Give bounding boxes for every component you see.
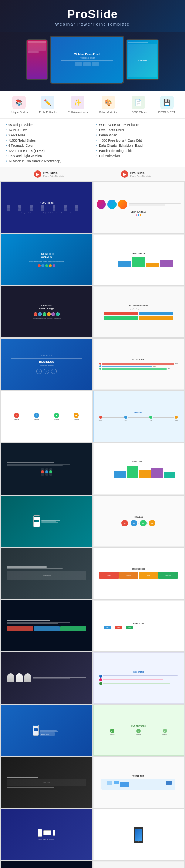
unique-slides-label: Unique Slides: [10, 110, 28, 114]
slide-preview-25[interactable]: RESPONSIVE DESIGN: [1, 809, 92, 860]
slide-preview-9[interactable]: ★ Feature ⚙ Feature ♥ Feature ◆ Feature: [1, 391, 92, 442]
phone-device: [26, 39, 48, 80]
slide-preview-20[interactable]: KEY STEPS 1 2 3: [93, 652, 184, 704]
unique-slides-icon: 📚: [12, 96, 26, 109]
slide-preview-12[interactable]: DATA CHART: [93, 443, 184, 494]
bullet-item: •6 Premade Color: [6, 143, 89, 148]
feature-animations: ✨ Full Animations: [68, 96, 88, 114]
slide-preview-23[interactable]: Dark Slide: [1, 757, 92, 808]
animations-label: Full Animations: [68, 110, 88, 114]
feature-fully-editable: ✏️ Fully Editable: [39, 96, 57, 114]
slide-preview-27[interactable]: [1, 861, 92, 868]
bullet-item: •Handmade Infographic: [96, 148, 179, 153]
slide-preview-26[interactable]: [93, 809, 184, 860]
pptx-icon: 💾: [160, 96, 174, 109]
feature-unique-slides: 📚 Unique Slides: [10, 96, 28, 114]
slide-preview-11[interactable]: [1, 443, 92, 494]
bullet-item: •Full Animation: [96, 153, 179, 159]
bullet-item: •95 Unique Slides: [6, 122, 89, 127]
slide-preview-3[interactable]: UNLIMITEDCOLORS Every section of the sli…: [1, 234, 92, 285]
slides-count-label: + 6600 Slides: [129, 110, 147, 114]
bullet-item: •122 Theme Files (LTMX): [6, 148, 89, 153]
slide-preview-22[interactable]: OUR FEATURES ✓ Feature 1 ✓ Feature 2 ✓ F…: [93, 705, 184, 756]
feature-pptx: 💾 PPTX & PPT: [158, 96, 175, 114]
slide-preview-24[interactable]: WORLD MAP: [93, 757, 184, 808]
animations-icon: ✨: [71, 96, 84, 109]
slide-preview-16[interactable]: OUR PROCESS Plan Design Build Launch: [93, 548, 184, 599]
bullet-item: •2 PPT Files: [6, 133, 89, 138]
slide-preview-10[interactable]: TIMELINE 2010 2012 2014 2016: [93, 391, 184, 442]
logo-icon-left: ▶: [34, 170, 41, 178]
slide-preview-4[interactable]: STATISTICS: [93, 234, 184, 285]
slide-preview-7[interactable]: PRO SLIDE BUSINESS PowerPoint Template 1…: [1, 339, 92, 390]
bullet-item: •Free Fonts Used: [96, 127, 179, 133]
color-label: Color Variation: [99, 110, 118, 114]
slide-preview-19[interactable]: [1, 652, 92, 704]
slide-preview-2[interactable]: MEET OUR TEAM: [93, 182, 184, 233]
bullet-item: •World Wide Map + Editable: [96, 122, 179, 127]
bullet-item: •Demo Video: [96, 133, 179, 138]
bullet-item: •Dark and Light Version: [6, 153, 89, 159]
slide-preview-5[interactable]: One ClickColor Change Any Object and Tex…: [1, 286, 92, 337]
header-subtitle: Webinar PowerPoint Template: [4, 22, 181, 26]
pptx-label: PPTX & PPT: [158, 110, 175, 114]
tablet-device: PROSLIDE: [126, 39, 159, 80]
logo-text-right: Pro Slide PowerPoint Template: [130, 171, 151, 177]
header-title: ProSlide: [4, 7, 181, 21]
bullet-item: •14 PPX Files: [6, 127, 89, 133]
bullet-item: •Data Charts (Editable in Excel): [96, 143, 179, 148]
feature-slides-count: 📄 + 6600 Slides: [129, 96, 147, 114]
bullet-col-left: •95 Unique Slides •14 PPX Files •2 PPT F…: [6, 122, 89, 164]
bullet-item: •14 Mockup (No Need to Photoshop): [6, 159, 89, 164]
slide-preview-1[interactable]: + 800 icons A huge collection of scalabl…: [1, 182, 92, 233]
monitor-device: Webinar PowerPoint Professional Design: [50, 36, 124, 84]
bullet-section: •95 Unique Slides •14 PPX Files •2 PPT F…: [0, 119, 185, 167]
slide-preview-18[interactable]: WORKFLOW Start → Step → End: [93, 600, 184, 651]
logo-icon-right: ▶: [121, 170, 128, 178]
bullet-item: •+ 800 Free Icons + Easy Edit: [96, 138, 179, 143]
slide-preview-14[interactable]: PROCESS 01 › 02 › 03 › 04: [93, 496, 184, 547]
slide-preview-15[interactable]: Photo Slide: [1, 548, 92, 599]
color-icon: 🎨: [102, 96, 115, 109]
bullet-col-right: •World Wide Map + Editable •Free Fonts U…: [96, 122, 179, 164]
features-bar: 📚 Unique Slides ✏️ Fully Editable ✨ Full…: [0, 91, 185, 119]
slides-count-icon: 📄: [132, 96, 145, 109]
bullet-item: •+1500 Total Slides: [6, 138, 89, 143]
preview-logos: ▶ Pro Slide PowerPoint Template ▶ Pro Sl…: [0, 167, 185, 181]
slide-preview-21[interactable]: Learn More: [1, 705, 92, 756]
slide-preview-8[interactable]: INFOGRAPHIC 80% 60% 75%: [93, 339, 184, 390]
feature-color: 🎨 Color Variation: [99, 96, 118, 114]
logo-left: ▶ Pro Slide PowerPoint Template: [34, 170, 64, 178]
logo-text-left: Pro Slide PowerPoint Template: [43, 171, 64, 177]
slides-grid: + 800 icons A huge collection of scalabl…: [0, 181, 185, 868]
header: ProSlide Webinar PowerPoint Template: [0, 0, 185, 32]
editable-icon: ✏️: [41, 96, 54, 109]
slide-preview-6[interactable]: 347 Unique Slides Infographic, Diagram a…: [93, 286, 184, 337]
slide-preview-13[interactable]: [1, 496, 92, 547]
hero-section: Webinar PowerPoint Professional Design P…: [0, 32, 185, 91]
logo-right: ▶ Pro Slide PowerPoint Template: [121, 170, 151, 178]
editable-label: Fully Editable: [39, 110, 57, 114]
slide-preview-17[interactable]: [1, 600, 92, 651]
slide-preview-28[interactable]: STATISTICS 35% 30% 20% 15%: [93, 861, 184, 868]
